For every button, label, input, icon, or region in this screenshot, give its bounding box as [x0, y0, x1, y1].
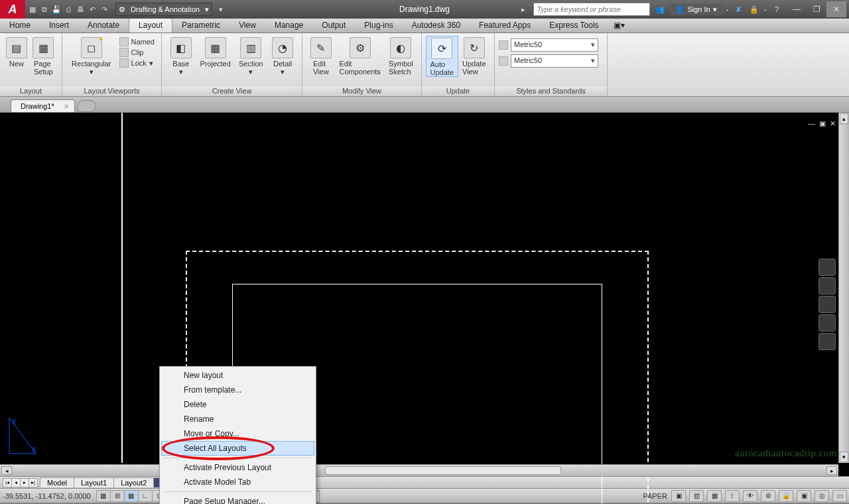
orbit-icon[interactable] — [818, 314, 836, 332]
scroll-left-icon[interactable]: ◂ — [1, 466, 12, 475]
isolate-icon[interactable]: ◎ — [815, 490, 829, 502]
layout1-tab[interactable]: Layout1 — [74, 477, 114, 487]
help-icon[interactable]: ? — [771, 3, 783, 15]
new-icon[interactable]: ▦ — [27, 3, 38, 15]
drawing-canvas[interactable]: YX — ▣ ✕ ◂ ▸ ▴ ▾ New layout From templat… — [0, 113, 849, 476]
projected-view-button[interactable]: ▦Projected — [196, 36, 235, 68]
infocenter-icon[interactable]: 👥 — [654, 3, 666, 15]
qat-more-icon[interactable]: ▾ — [215, 3, 227, 15]
workspace-selector[interactable]: Drafting & Annotation — [115, 3, 212, 16]
minimize-button[interactable]: — — [787, 1, 807, 17]
open-icon[interactable]: ⧉ — [38, 3, 50, 15]
doc-restore-button[interactable]: ▣ — [819, 119, 826, 128]
tab-autodesk360[interactable]: Autodesk 360 — [403, 19, 470, 32]
ctx-from-template[interactable]: From template... — [161, 383, 314, 397]
help-search-input[interactable] — [533, 3, 650, 16]
layout2-tab[interactable]: Layout2 — [113, 477, 154, 487]
new-tab-button[interactable] — [78, 100, 96, 112]
tab-plugins[interactable]: Plug-ins — [355, 19, 402, 32]
tab-last-icon[interactable]: ▸| — [29, 478, 38, 487]
scroll-up-icon[interactable]: ▴ — [840, 113, 848, 124]
tab-view[interactable]: View — [229, 19, 265, 32]
save-icon[interactable]: 💾 — [50, 3, 62, 15]
rectangular-viewport-button[interactable]: ◻✦Rectangular▾ — [66, 36, 117, 76]
tab-layout[interactable]: Layout — [129, 18, 172, 32]
tab-home[interactable]: Home — [0, 19, 40, 32]
saveas-icon[interactable]: ⎙ — [62, 3, 74, 15]
tab-featured-apps[interactable]: Featured Apps — [470, 19, 540, 32]
doc-minimize-button[interactable]: — — [808, 119, 815, 128]
doc-close-button[interactable]: ✕ — [830, 119, 836, 128]
quickview-drawings-icon[interactable]: ▦ — [707, 490, 722, 502]
auto-update-button[interactable]: ⟳Auto Update — [426, 36, 458, 77]
symbol-sketch-button[interactable]: ◐Symbol Sketch — [385, 36, 417, 76]
tab-parametric[interactable]: Parametric — [172, 19, 229, 32]
detail-view-button[interactable]: ◔Detail▾ — [267, 36, 298, 76]
new-layout-button[interactable]: ▤New — [4, 36, 29, 68]
close-button[interactable]: ✕ — [826, 1, 846, 17]
tab-express-tools[interactable]: Express Tools — [540, 19, 608, 32]
signin-button[interactable]: 👤Sign In▾ — [670, 4, 722, 15]
ctx-activate-model[interactable]: Activate Model Tab — [161, 475, 314, 489]
search-play-icon[interactable]: ▸ — [517, 3, 529, 15]
section-view-button[interactable]: ▥Section▾ — [234, 36, 267, 76]
lock-ui-icon[interactable]: 🔒 — [779, 490, 793, 502]
ctx-page-setup-manager[interactable]: Page Setup Manager... — [161, 494, 314, 504]
undo-icon[interactable]: ↶ — [86, 3, 98, 15]
ctx-move-copy[interactable]: Move or Copy... — [161, 426, 314, 441]
zoom-icon[interactable] — [818, 296, 836, 313]
pan-icon[interactable] — [818, 277, 836, 294]
plot-icon[interactable]: 🖶 — [74, 3, 86, 15]
style1-combo[interactable]: Metric50 — [511, 38, 598, 52]
tab-first-icon[interactable]: |◂ — [3, 478, 12, 487]
lock-viewport-button[interactable]: Lock ▾ — [117, 58, 157, 68]
ctx-activate-previous[interactable]: Activate Previous Layout — [161, 460, 314, 475]
restore-button[interactable]: ❐ — [807, 1, 826, 17]
edit-components-button[interactable]: ⚙Edit Components — [336, 36, 385, 76]
ctx-delete[interactable]: Delete — [161, 397, 314, 412]
ctx-new-layout[interactable]: New layout — [161, 368, 314, 383]
model-tab[interactable]: Model — [40, 477, 74, 487]
infer-toggle[interactable]: ▦ — [96, 490, 111, 502]
ctx-rename[interactable]: Rename — [161, 412, 314, 426]
clip-viewport-button[interactable]: Clip — [117, 48, 157, 57]
close-tab-icon[interactable]: ✕ — [64, 103, 69, 110]
tab-next-icon[interactable]: ▸ — [20, 478, 29, 487]
exchange-icon[interactable]: ✘ — [732, 3, 744, 15]
tab-output[interactable]: Output — [312, 19, 355, 32]
workspace-switch-icon[interactable]: ⚙ — [761, 490, 775, 502]
annotation-scale-icon[interactable]: ⟟ — [725, 490, 740, 502]
app-logo-icon[interactable]: A — [0, 0, 25, 19]
horizontal-scrollbar[interactable]: ◂ ▸ — [0, 464, 838, 476]
tab-prev-icon[interactable]: ◂ — [11, 478, 21, 487]
snap-toggle[interactable]: ⊞ — [110, 490, 125, 502]
fullnav-icon[interactable] — [818, 259, 836, 276]
named-viewport-button[interactable]: Named — [117, 37, 157, 46]
navigation-bar[interactable] — [818, 259, 836, 350]
showmotion-icon[interactable] — [818, 333, 836, 350]
edit-view-button[interactable]: ✎Edit View — [306, 36, 336, 76]
update-view-button[interactable]: ↻Update View — [458, 36, 490, 76]
hscroll-thumb[interactable] — [325, 466, 561, 475]
quickview-layouts-icon[interactable]: ▥ — [689, 490, 704, 502]
page-setup-button[interactable]: ▦Page Setup — [29, 36, 58, 76]
tab-annotate[interactable]: Annotate — [78, 19, 129, 32]
annotation-visibility-icon[interactable]: 👁 — [743, 490, 757, 502]
tab-manage[interactable]: Manage — [265, 19, 312, 32]
tab-insert[interactable]: Insert — [40, 19, 78, 32]
hardware-accel-icon[interactable]: ▣ — [797, 490, 811, 502]
stayconnected-icon[interactable]: 🔒 — [748, 3, 760, 15]
vertical-scrollbar[interactable]: ▴ ▾ — [838, 113, 849, 463]
grid-toggle[interactable]: ▦ — [124, 490, 139, 502]
scroll-right-icon[interactable]: ▸ — [826, 466, 837, 475]
base-view-button[interactable]: ◧Base▾ — [166, 36, 196, 76]
scroll-down-icon[interactable]: ▾ — [840, 452, 848, 462]
tab-addin-icon[interactable]: ▣▾ — [608, 19, 630, 32]
ctx-select-all-layouts[interactable]: Select All Layouts — [161, 441, 314, 456]
style2-combo[interactable]: Metric50 — [511, 54, 598, 68]
redo-icon[interactable]: ↷ — [98, 3, 110, 15]
file-tab[interactable]: Drawing1*✕ — [11, 99, 75, 112]
ortho-toggle[interactable]: ∟ — [138, 490, 153, 502]
maximize-viewport-toggle[interactable]: ▣ — [671, 490, 686, 502]
clean-screen-icon[interactable]: ▭ — [832, 490, 847, 502]
